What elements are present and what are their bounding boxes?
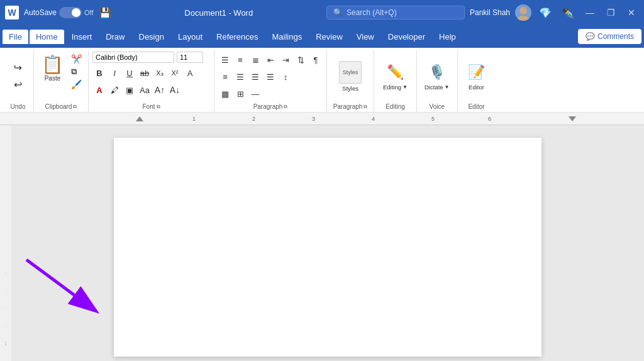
menu-file[interactable]: File (3, 30, 28, 44)
autosave-toggle[interactable] (59, 7, 82, 18)
show-marks-button[interactable]: ¶ (309, 53, 323, 67)
pen-icon[interactable]: ✒️ (559, 7, 577, 19)
menu-draw[interactable]: Draw (99, 30, 131, 44)
para-row2: ≡ ☰ ☰ ☰ ↕ (218, 70, 292, 84)
svg-point-1 (517, 16, 530, 21)
save-icon[interactable]: 💾 (99, 7, 111, 19)
menu-review[interactable]: Review (309, 30, 349, 44)
font-row3: A 🖍 ▣ Aa A↑ A↓ (92, 83, 182, 97)
align-left-button[interactable]: ≡ (218, 70, 232, 84)
dictate-button[interactable]: 🎙️ Dictate ▼ (421, 60, 453, 93)
styles-group-label: Paragraph ⧉ (331, 102, 370, 112)
italic-button[interactable]: I (108, 66, 121, 80)
decrease-indent-button[interactable]: ⇤ (264, 53, 277, 67)
align-center-button[interactable]: ☰ (233, 70, 247, 84)
increase-indent-button[interactable]: ⇥ (279, 53, 292, 67)
undo-button[interactable]: ↩ (9, 60, 27, 75)
search-box[interactable]: 🔍 Search (Alt+Q) (326, 6, 465, 19)
minimize-button[interactable]: — (582, 8, 598, 18)
multilevel-list-button[interactable]: ≣ (248, 53, 262, 67)
shading-button[interactable]: ▦ (218, 87, 232, 101)
paragraph-expand-icon[interactable]: ⧉ (284, 104, 287, 110)
grow-font-button[interactable]: A↑ (153, 83, 167, 97)
autosave-area: AutoSave Off (24, 7, 94, 18)
paste-icon: 📋 (42, 54, 64, 75)
undo-icon: ↩ (14, 62, 22, 74)
bullets-button[interactable]: ☰ (218, 53, 232, 67)
sort-button[interactable]: ⇅ (294, 53, 308, 67)
cut-button[interactable]: ✂️ (70, 53, 83, 65)
document-title: Document1 - Word (116, 8, 321, 18)
menu-bar: File Home Insert Draw Design Layout Refe… (0, 25, 644, 48)
border-styles-button[interactable]: — (248, 87, 262, 101)
close-button[interactable]: ✕ (624, 8, 639, 18)
document-page[interactable] (114, 138, 541, 357)
superscript-button[interactable]: X² (168, 66, 182, 80)
clipboard-expand-icon[interactable]: ⧉ (73, 104, 77, 110)
ribbon-group-styles: Styles Styles Paragraph ⧉ (327, 50, 374, 112)
voice-group-label: Voice (421, 102, 453, 112)
font-size-select[interactable]: 11 (177, 52, 203, 63)
redo-button[interactable]: ↩ (9, 77, 27, 92)
font-family-select[interactable]: Calibri (Body) (92, 52, 174, 63)
subscript-button[interactable]: X₂ (153, 66, 167, 80)
svg-point-0 (519, 7, 527, 14)
avatar[interactable] (515, 4, 531, 21)
redo-icon: ↩ (14, 79, 22, 91)
font-case-button[interactable]: Aa (138, 83, 152, 97)
ribbon-group-voice: 🎙️ Dictate ▼ Voice (417, 50, 458, 112)
ribbon-group-font: Calibri (Body) 11 B I U ab X₂ X² A A 🖍 ▣… (89, 50, 214, 112)
numbering-button[interactable]: ≡ (233, 53, 247, 67)
document-canvas[interactable] (11, 125, 644, 361)
justify-button[interactable]: ☰ (264, 70, 277, 84)
restore-button[interactable]: ❐ (603, 8, 619, 18)
ribbon-group-editor: 📝 Editor Editor (458, 50, 496, 112)
menu-home[interactable]: Home (30, 30, 64, 44)
char-shading-button[interactable]: ▣ (123, 83, 136, 97)
menu-insert[interactable]: Insert (65, 30, 99, 44)
copy-button[interactable]: ⧉ (70, 65, 83, 78)
editor-icon: 📝 (467, 62, 487, 82)
editing-icon: ✏️ (385, 62, 405, 82)
comments-button[interactable]: 💬 Comments (578, 29, 641, 44)
strikethrough-button[interactable]: ab (138, 66, 152, 80)
borders-button[interactable]: ⊞ (233, 87, 247, 101)
styles-button[interactable]: Styles Styles (335, 58, 365, 94)
bold-button[interactable]: B (92, 66, 106, 80)
cut-icon: ✂️ (71, 54, 82, 64)
editor-button[interactable]: 📝 Editor (463, 60, 491, 93)
format-painter-button[interactable]: 🖌️ (70, 78, 83, 91)
font-expand-icon[interactable]: ⧉ (157, 104, 160, 110)
format-painter-icon: 🖌️ (71, 79, 82, 89)
editing-button[interactable]: ✏️ Editing ▼ (379, 60, 411, 93)
clear-format-button[interactable]: A (183, 66, 197, 80)
search-icon: 🔍 (333, 8, 343, 17)
ribbon-group-clipboard: 📋 Paste ✂️ ⧉ 🖌️ Clipboard ⧉ (34, 50, 89, 112)
font-row2: B I U ab X₂ X² A (92, 66, 197, 80)
undo-group-label: Undo (6, 102, 30, 112)
menu-developer[interactable]: Developer (382, 30, 431, 44)
shrink-font-button[interactable]: A↓ (168, 83, 182, 97)
underline-button[interactable]: U (123, 66, 136, 80)
menu-design[interactable]: Design (133, 30, 170, 44)
menu-references[interactable]: References (210, 30, 264, 44)
autosave-state: Off (84, 9, 93, 16)
gem-icon[interactable]: 💎 (536, 7, 554, 19)
font-color-button[interactable]: A (92, 83, 106, 97)
editing-dropdown-icon[interactable]: ▼ (402, 84, 408, 90)
text-highlight-button[interactable]: 🖍 (108, 83, 121, 97)
paste-button[interactable]: 📋 Paste (38, 52, 67, 84)
ribbon-group-editing: ✏️ Editing ▼ Editing (374, 50, 417, 112)
search-placeholder: Search (Alt+Q) (347, 8, 397, 17)
menu-help[interactable]: Help (433, 30, 462, 44)
menu-view[interactable]: View (350, 30, 380, 44)
styles-label: Styles (342, 85, 358, 92)
menu-layout[interactable]: Layout (172, 30, 209, 44)
user-name: Pankil Shah (470, 8, 510, 17)
menu-mailings[interactable]: Mailings (266, 30, 309, 44)
clipboard-sub: ✂️ ⧉ 🖌️ (69, 52, 84, 92)
align-right-button[interactable]: ☰ (248, 70, 262, 84)
line-spacing-button[interactable]: ↕ (279, 70, 292, 84)
dictate-dropdown-icon[interactable]: ▼ (445, 84, 450, 90)
styles-expand-icon[interactable]: ⧉ (364, 104, 367, 110)
